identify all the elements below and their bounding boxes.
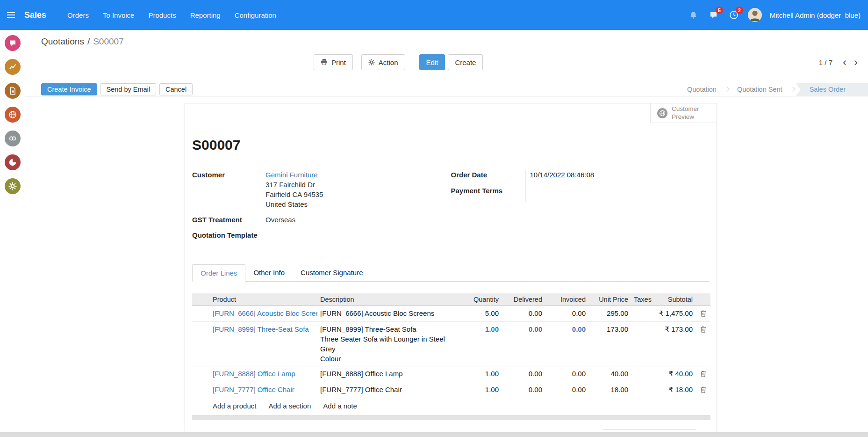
avatar[interactable]	[748, 8, 762, 22]
invoiced-cell: 0.00	[545, 322, 588, 366]
drag-handle-cell	[192, 306, 210, 322]
status-sales-order[interactable]: Sales Order	[796, 83, 868, 96]
document-icon	[8, 87, 17, 95]
avatar-image	[748, 8, 762, 22]
gst-treatment-value: Overseas	[265, 215, 451, 225]
status-pipeline: Quotation Quotation Sent Sales Order	[678, 83, 868, 96]
delete-line-button[interactable]	[696, 366, 710, 382]
user-menu[interactable]: Mitchell Admin (dodger_blue)	[770, 11, 861, 19]
product-link[interactable]: [FURN_6666] Acoustic Bloc Scree...	[213, 309, 317, 317]
table-row: [FURN_6666] Acoustic Bloc Scree... [FURN…	[192, 306, 710, 322]
pager-next-button[interactable]: ›	[850, 57, 861, 67]
order-date-label: Order Date	[451, 170, 525, 186]
subtotal-cell: ₹ 40.00	[650, 366, 696, 382]
add-note-link[interactable]: Add a note	[323, 402, 357, 410]
col-header-description[interactable]: Description	[317, 293, 464, 306]
messages-button[interactable]: 5	[708, 9, 720, 21]
table-row: [FURN_7777] Office Chair [FURN_7777] Off…	[192, 382, 710, 398]
delete-line-button[interactable]	[696, 382, 710, 398]
unit-price-cell: 173.00	[588, 322, 631, 366]
delivered-cell: 0.00	[502, 382, 545, 398]
horizontal-scrollbar[interactable]	[0, 432, 868, 437]
shortcut-invoicing[interactable]	[5, 83, 21, 99]
shortcut-website[interactable]	[5, 107, 21, 123]
nav-item-reporting[interactable]: Reporting	[183, 7, 228, 24]
add-product-link[interactable]: Add a product	[213, 402, 256, 410]
app-name[interactable]: Sales	[24, 10, 46, 20]
status-quotation-sent[interactable]: Quotation Sent	[728, 83, 792, 96]
col-header-delivered[interactable]: Delivered	[502, 293, 545, 306]
create-invoice-button[interactable]: Create Invoice	[41, 83, 97, 95]
col-header-invoiced[interactable]: Invoiced	[545, 293, 588, 306]
product-link[interactable]: [FURN_8999] Three-Seat Sofa	[213, 325, 309, 333]
taxes-cell	[631, 322, 650, 366]
create-button[interactable]: Create	[448, 54, 483, 70]
edit-button[interactable]: Edit	[419, 54, 445, 70]
customer-link[interactable]: Gemini Furniture	[265, 170, 451, 180]
bell-icon	[689, 11, 697, 19]
table-horizontal-scrollbar[interactable]	[192, 415, 710, 420]
nav-item-orders[interactable]: Orders	[60, 7, 96, 24]
product-link[interactable]: [FURN_8888] Office Lamp	[213, 370, 295, 378]
nav-item-to-invoice[interactable]: To Invoice	[96, 7, 142, 24]
col-header-subtotal[interactable]: Subtotal	[650, 293, 696, 306]
trash-icon	[700, 386, 706, 393]
drag-handle-cell	[192, 322, 210, 366]
send-by-email-button[interactable]: Send by Email	[100, 83, 157, 95]
add-section-link[interactable]: Add a section	[268, 402, 311, 410]
drag-handle-cell	[192, 366, 210, 382]
invoiced-cell: 0.00	[545, 382, 588, 398]
delete-line-button[interactable]	[696, 322, 710, 366]
nav-item-configuration[interactable]: Configuration	[228, 7, 283, 24]
print-label: Print	[331, 58, 346, 66]
payment-terms-value	[525, 186, 710, 202]
breadcrumb-parent[interactable]: Quotations	[41, 36, 84, 46]
customer-label: Customer	[192, 170, 265, 209]
shortcut-sales[interactable]	[5, 59, 21, 75]
description-cell: [FURN_8888] Office Lamp	[317, 366, 464, 382]
chevron-right-icon: ›	[854, 56, 858, 68]
unit-price-cell: 40.00	[588, 366, 631, 382]
hamburger-menu-icon	[7, 11, 15, 19]
printer-icon	[321, 59, 328, 66]
subtotal-cell: ₹ 1,475.00	[650, 306, 696, 322]
col-header-product[interactable]: Product	[210, 293, 317, 306]
col-header-handle	[192, 293, 210, 306]
unit-price-cell: 18.00	[588, 382, 631, 398]
hamburger-menu-button[interactable]	[0, 0, 22, 30]
quotation-template-value	[265, 230, 451, 240]
col-header-unit-price[interactable]: Unit Price	[588, 293, 631, 306]
notebook-tabs: Order Lines Other Info Customer Signatur…	[192, 264, 710, 282]
col-header-taxes[interactable]: Taxes	[631, 293, 650, 306]
nav-item-products[interactable]: Products	[141, 7, 183, 24]
action-button[interactable]: Action	[361, 54, 405, 70]
notifications-button[interactable]	[688, 9, 700, 21]
delete-line-button[interactable]	[696, 306, 710, 322]
print-button[interactable]: Print	[314, 54, 353, 70]
col-header-quantity[interactable]: Quantity	[464, 293, 502, 306]
cancel-button[interactable]: Cancel	[159, 83, 193, 95]
activities-button[interactable]: 2	[728, 9, 740, 21]
unit-price-cell: 295.00	[588, 306, 631, 322]
shortcut-links[interactable]	[5, 131, 21, 146]
tab-order-lines[interactable]: Order Lines	[192, 264, 245, 282]
shortcut-settings[interactable]	[5, 178, 21, 194]
pager-prev-button[interactable]: ‹	[839, 57, 850, 67]
quantity-cell: 1.00	[464, 382, 502, 398]
shortcut-marketing[interactable]	[5, 154, 21, 170]
drag-handle-cell	[192, 382, 210, 398]
quantity-cell: 1.00	[464, 322, 502, 366]
invoiced-cell: 0.00	[545, 306, 588, 322]
shortcut-discuss[interactable]	[5, 35, 21, 51]
form-toolbar: Print Action Edit Create	[314, 54, 483, 70]
quotation-template-label: Quotation Template	[192, 230, 265, 240]
tab-other-info[interactable]: Other Info	[245, 264, 293, 282]
fields-right-column: Order Date 10/14/2022 08:46:08 Payment T…	[451, 170, 710, 246]
description-cell: [FURN_7777] Office Chair	[317, 382, 464, 398]
status-quotation[interactable]: Quotation	[678, 83, 726, 96]
tab-customer-signature[interactable]: Customer Signature	[293, 264, 371, 282]
line-chart-icon	[8, 63, 17, 71]
pager: 1 / 7 ‹ ›	[819, 57, 861, 67]
subtotal-cell: ₹ 173.00	[650, 322, 696, 366]
product-link[interactable]: [FURN_7777] Office Chair	[213, 386, 294, 393]
